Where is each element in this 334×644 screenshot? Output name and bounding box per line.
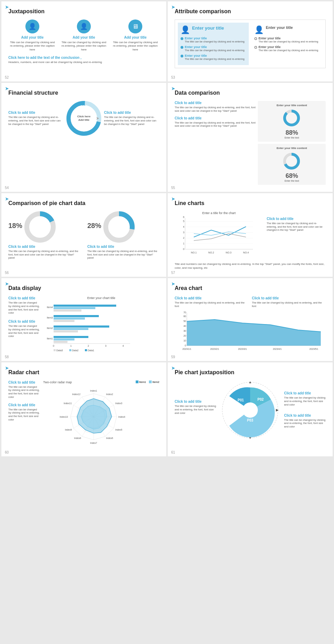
slide-number-59: 59 [171,355,175,359]
pie-col-1: 18% Click to add title The title can be … [8,211,80,260]
pie-title-2[interactable]: Click to add title [87,245,159,249]
svg-text:50: 50 [183,320,186,322]
pie-pct-1: 18% [8,222,22,230]
data-display-title-1[interactable]: Click to add title [8,296,40,300]
svg-rect-35 [54,307,95,309]
attr-item-title-left-1[interactable]: Enter your title [185,37,245,40]
pie-display-2: 28% [87,211,159,243]
slide-53: ➤ Attribute comparison 👤 Enter your titl… [168,1,333,81]
bar-chart-title[interactable]: Enter your chart title [43,296,159,300]
svg-text:10: 10 [183,339,186,342]
svg-text:NO.2: NO.2 [208,251,214,254]
pie-title-1[interactable]: Click to add title [8,245,80,249]
watermark-59: ➤ [171,281,175,286]
attr-left-main-title[interactable]: Enter your title [192,25,224,31]
juxta-col-title-1[interactable]: Add your title [8,36,56,39]
attr-item-title-right-1[interactable]: Enter your title [259,37,318,40]
line-chart-side-title[interactable]: Click to add title [267,217,326,221]
piejuxt-center: ▲ ▶ ▼ P01 P02 P03 [219,380,281,440]
attr-item-text-right-2: The title can be changed by clicking and… [259,49,318,52]
data-comp-title-1[interactable]: Click to add title [175,101,256,105]
legend-color-2 [149,380,152,383]
svg-text:Item1: Item1 [47,337,53,340]
data-display-row: Click to add title The title can be chan… [8,296,159,348]
fin-left: Click to add title The title can be chan… [8,111,64,126]
svg-text:Index11: Index11 [64,402,72,405]
fin-left-title[interactable]: Click to add title [8,111,64,115]
svg-text:6: 6 [183,216,184,218]
juxta-col-title-3[interactable]: Add your title [111,36,159,39]
svg-text:3: 3 [105,345,106,347]
attr-item-left-3: Enter your title The title can be change… [181,54,246,61]
slide-60: ➤ Radar chart Click to add title The tit… [1,362,166,457]
watermark-55: ➤ [171,86,175,91]
attr-item-text-left-3: The title can be changed by clicking and… [185,57,245,61]
legend-label-1: Item1 [139,380,146,384]
pct-1-container: 88% [261,129,323,136]
attr-item-text-left-1: The title can be changed by clicking and… [185,40,245,44]
attr-item-title-right-2[interactable]: Enter your title [259,45,318,49]
piejuxt-row: Click to add title The title can be chan… [175,380,326,440]
area-title-2[interactable]: Click to add title [252,296,326,300]
data-comp-title-2[interactable]: Click to add title [175,116,256,120]
juxta-col-text-3: Title can be changed by clicking and re-… [111,41,159,52]
svg-text:2: 2 [183,237,184,239]
data-display-item-2: Click to add title The title can be chan… [8,320,40,338]
radar-title-2[interactable]: Click to add title [8,403,40,407]
piejuxt-item-1: Click to add title The title can be chan… [175,400,216,415]
svg-text:Data1: Data1 [88,349,94,352]
radar-left: Click to add title The title can be chan… [8,380,40,450]
data-comp-item-2: Click to add title The title can be chan… [175,116,256,128]
piejuxt-title-2[interactable]: Click to add title [284,391,326,395]
juxta-col-3: 🖥 Add your title Title can be changed by… [111,19,159,52]
watermark-61: ➤ [171,365,175,371]
piejuxt-title-1[interactable]: Click to add title [175,400,216,403]
svg-text:Index12: Index12 [72,393,81,396]
line-chart-area: Enter a title for the chart 0 1 2 3 4 5 … [175,211,326,259]
slide-59: ➤ Area chart Click to add title The titl… [168,278,333,361]
legend-color-1 [136,380,138,383]
juxta-col-title-2[interactable]: Add your title [60,36,108,39]
radar-title-1[interactable]: Click to add title [8,380,40,384]
piejuxt-svg: ▲ ▶ ▼ P01 P02 P03 [221,380,280,440]
svg-rect-56 [85,349,87,351]
svg-text:Index6: Index6 [106,437,113,440]
fin-right-title[interactable]: Click to add title [104,111,159,115]
svg-rect-36 [54,309,81,312]
slide-57-title: Line charts [175,200,326,206]
slide-number-55: 55 [171,186,175,190]
label-2: Enter the text [261,180,323,182]
radar-text-2: The title can be changed by clicking and… [8,408,40,422]
juxta-conclusion[interactable]: Click here to add the text of the conclu… [8,56,159,60]
svg-point-5 [285,111,299,125]
piejuxt-text-3: The title can be changed by clicking and… [284,418,326,429]
svg-text:Add title: Add title [78,118,90,121]
data-display-title-2[interactable]: Click to add title [8,320,40,323]
juxta-col-text-1: Title can be changed by clicking and re-… [8,41,56,52]
line-chart-side-text: The title can be changed by clicking and… [267,222,326,232]
juxta-col-1: 👤 Add your title Title can be changed by… [8,19,56,52]
svg-rect-40 [54,325,109,328]
data-comp-text-1: The title can be changed by clicking and… [175,106,256,113]
slide-61: ➤ Pie chart juxtaposition Click to add t… [168,362,333,457]
pct-2: 68% [286,172,298,179]
svg-text:2023/2/1: 2023/2/1 [210,348,219,350]
svg-text:Item3: Item3 [47,316,53,319]
slide-54-title: Financial structure [8,90,159,96]
data-comp-text-2: The title can be changed by clicking and… [175,121,256,128]
line-chart-main-title[interactable]: Enter a title for the chart [175,211,263,215]
juxta-col-2: 👤 Add your title Title can be changed by… [60,19,108,52]
area-title-1[interactable]: Click to add title [175,296,248,300]
radar-text-1: The title can be changed by clicking and… [8,385,40,399]
radar-header: Two-color radar map Item1 Item2 [43,380,159,384]
data-display-right: Enter your chart title Item4 Item3 Item2… [43,296,159,348]
slide-number-56: 56 [5,271,9,275]
piejuxt-title-3[interactable]: Click to add title [284,414,326,417]
attr-item-title-left-2[interactable]: Enter your title [185,45,245,49]
fin-left-text: The title can be changed by clicking and… [8,116,64,126]
svg-text:4: 4 [122,345,124,347]
attr-item-title-left-3[interactable]: Enter your title [185,54,245,57]
attr-right-main-title[interactable]: Enter your title [266,25,293,30]
attr-person-icon-right: 👤 [254,25,264,34]
legend-item-1: Item1 [136,380,146,384]
